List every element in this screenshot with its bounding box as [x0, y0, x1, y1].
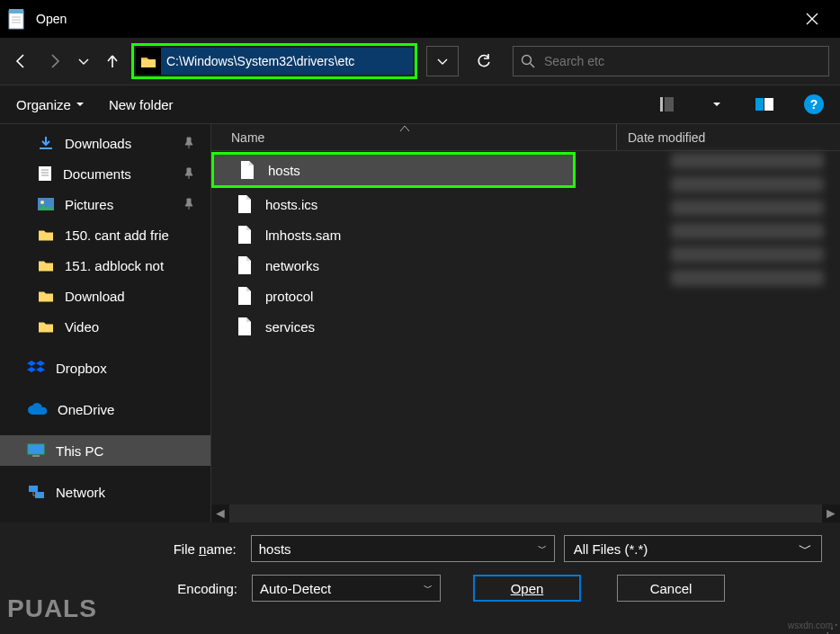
pin-icon [183, 167, 194, 180]
chevron-down-icon: ﹀ [538, 542, 547, 555]
folder-icon [38, 258, 54, 272]
sidebar-label: Network [56, 485, 105, 500]
recent-button[interactable] [74, 46, 94, 76]
dropbox-icon [27, 360, 45, 376]
sidebar-item-thispc[interactable]: This PC [0, 435, 210, 466]
search-box[interactable] [513, 46, 829, 76]
svg-rect-12 [764, 98, 773, 111]
filename-label: File name: [126, 541, 242, 557]
document-icon [38, 165, 52, 182]
navigation-row [0, 38, 840, 85]
sidebar-label: Video [65, 319, 99, 335]
chevron-down-icon: ﹀ [799, 540, 812, 558]
sidebar-item-downloads[interactable]: Downloads [0, 128, 210, 158]
folder-icon [38, 228, 54, 242]
file-icon [237, 317, 253, 336]
forward-button[interactable] [40, 46, 70, 76]
address-bar-highlight [131, 43, 417, 79]
sidebar-label: OneDrive [58, 402, 114, 417]
sidebar-item-folder[interactable]: Download [0, 281, 210, 311]
search-icon [521, 54, 535, 68]
main-area: Downloads Documents Pictures 150. cant a… [0, 124, 840, 522]
scroll-left-icon[interactable]: ◄ [211, 505, 229, 522]
blurred-dates [671, 153, 824, 286]
file-name: networks [265, 258, 319, 273]
svg-rect-20 [28, 444, 44, 454]
sidebar-label: Download [65, 289, 125, 304]
refresh-button[interactable] [468, 46, 500, 76]
encoding-combo[interactable]: Auto-Detect﹀ [252, 575, 441, 602]
download-icon [38, 136, 54, 150]
sidebar-label: 151. adblock not [65, 258, 164, 273]
sidebar-item-onedrive[interactable]: OneDrive [0, 394, 210, 424]
thispc-icon [27, 443, 45, 458]
filename-combo[interactable]: hosts﹀ [251, 535, 555, 562]
sidebar-item-documents[interactable]: Documents [0, 158, 210, 189]
horizontal-scrollbar[interactable]: ◄ ► [211, 505, 840, 522]
resize-grip-icon[interactable]: ⋰ [826, 625, 838, 632]
filetype-combo[interactable]: All Files (*.*)﹀ [564, 535, 822, 562]
address-dropdown-button[interactable] [426, 46, 459, 76]
column-date[interactable]: Date modified [616, 124, 705, 150]
svg-rect-22 [29, 486, 38, 492]
network-icon [27, 485, 45, 499]
view-dropdown-button[interactable] [709, 92, 725, 117]
cancel-button[interactable]: Cancel [617, 575, 725, 602]
file-row[interactable]: services [211, 311, 840, 342]
sidebar-label: Downloads [65, 136, 131, 151]
sidebar-item-folder[interactable]: 151. adblock not [0, 250, 210, 281]
sort-indicator-icon [400, 126, 409, 131]
pin-icon [183, 137, 194, 149]
new-folder-button[interactable]: New folder [109, 97, 174, 112]
scroll-right-icon[interactable]: ► [822, 505, 840, 522]
pictures-icon [38, 198, 54, 210]
search-input[interactable] [544, 54, 821, 68]
folder-icon [38, 289, 54, 303]
file-icon [237, 255, 253, 275]
chevron-down-icon: ﹀ [424, 582, 433, 594]
onedrive-icon [27, 403, 47, 415]
sidebar-label: Documents [63, 166, 131, 182]
organize-button[interactable]: Organize [16, 97, 84, 112]
column-name[interactable]: Name [211, 130, 607, 145]
bottom-panel: File name: hosts﹀ All Files (*.*)﹀ Encod… [0, 522, 840, 634]
view-details-button[interactable] [655, 92, 684, 117]
file-icon [239, 160, 255, 180]
encoding-label: Encoding: [126, 581, 243, 596]
help-icon[interactable]: ? [804, 94, 824, 114]
back-button[interactable] [5, 46, 36, 76]
sidebar-label: Pictures [65, 197, 113, 212]
file-row-highlight: hosts [211, 152, 576, 188]
file-name: protocol [265, 289, 313, 304]
sidebar: Downloads Documents Pictures 150. cant a… [0, 124, 211, 522]
svg-rect-1 [9, 9, 23, 13]
svg-line-8 [531, 64, 535, 68]
close-button[interactable] [791, 0, 833, 38]
svg-rect-21 [32, 455, 40, 457]
toolbar: Organize New folder ? [0, 85, 840, 124]
address-input[interactable] [161, 48, 413, 75]
sidebar-label: Dropbox [56, 361, 107, 376]
svg-rect-10 [665, 97, 674, 112]
folder-icon [38, 319, 54, 334]
up-button[interactable] [97, 46, 128, 76]
file-name: services [265, 319, 315, 335]
sidebar-label: 150. cant add frie [65, 228, 169, 243]
notepad-icon [7, 7, 27, 31]
file-name: lmhosts.sam [265, 228, 341, 243]
file-pane: Name Date modified hosts hosts.ics lmhos… [211, 124, 840, 522]
sidebar-item-folder[interactable]: 150. cant add frie [0, 219, 210, 250]
sidebar-item-dropbox[interactable]: Dropbox [0, 353, 210, 383]
watermark-logo: PUALS [7, 594, 97, 623]
preview-pane-button[interactable] [750, 92, 779, 117]
file-row[interactable]: hosts [214, 155, 573, 185]
file-name: hosts [268, 163, 300, 178]
titlebar: Open [0, 0, 840, 38]
svg-rect-11 [755, 98, 764, 111]
open-button[interactable]: Open [473, 575, 581, 602]
svg-point-7 [523, 56, 532, 65]
pin-icon [183, 198, 194, 210]
sidebar-item-pictures[interactable]: Pictures [0, 189, 210, 219]
sidebar-item-folder[interactable]: Video [0, 311, 210, 342]
sidebar-item-network[interactable]: Network [0, 477, 210, 507]
